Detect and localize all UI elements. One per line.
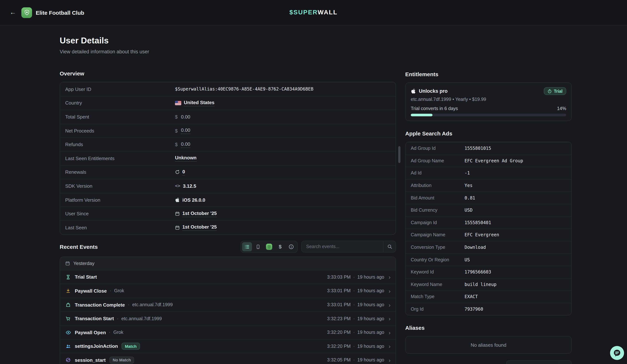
- apple-search-ads-row: Ad Id -1: [406, 167, 571, 179]
- overview-value-text: 0: [182, 169, 185, 176]
- scrollbar-thumb[interactable]: [398, 146, 400, 163]
- event-relative-time: 19 hours ago: [357, 288, 384, 294]
- asa-row-label: Ad Group Name: [411, 158, 465, 163]
- apple-icon: [175, 197, 180, 202]
- aliases-empty-text: No aliases found: [470, 342, 506, 348]
- overview-row-value: 1st October '25: [175, 224, 217, 231]
- asa-row-label: Country Or Region: [411, 257, 465, 262]
- filter-info-events-button[interactable]: [286, 242, 296, 251]
- asa-row-label: Ad Group Id: [411, 146, 465, 151]
- overview-row: Last Seen Entitlements Unknown: [60, 151, 396, 165]
- overview-value-text: 0.00: [181, 127, 190, 134]
- shopping-bag-icon: [66, 302, 71, 307]
- recent-events-header: Recent Events $: [60, 240, 396, 253]
- filter-all-events-button[interactable]: [242, 242, 252, 251]
- overview-row-value: $SuperwallAlias:40EC9876-A85E-4AE9-8762-…: [175, 87, 313, 92]
- event-name: session_start: [75, 357, 106, 363]
- event-name: Paywall Open: [75, 330, 106, 335]
- event-type-icon: [65, 316, 71, 321]
- asa-row-label: Match Type: [411, 294, 465, 299]
- eye-icon: [65, 330, 71, 335]
- user-heading: User: [405, 363, 418, 364]
- user-attributes-search-icon[interactable]: [559, 361, 571, 364]
- event-match-badge: No Match: [109, 357, 134, 364]
- event-separator: ·: [117, 316, 118, 321]
- event-time: 3:32:05 PM: [327, 358, 351, 363]
- event-row[interactable]: Trial Start 3:33:03 PM · 19 hours ago ›: [60, 270, 396, 284]
- event-row[interactable]: session_start No Match 3:32:05 PM · 19 h…: [60, 353, 396, 364]
- chevron-right-icon: ›: [389, 344, 390, 349]
- event-type-icon: [65, 344, 71, 349]
- event-detail: Grok: [114, 288, 124, 294]
- overview-row-label: App User ID: [65, 87, 175, 92]
- event-meta-separator: ·: [353, 344, 355, 349]
- event-time: 3:33:03 PM: [327, 274, 351, 280]
- overview-row: Refunds $ 0.00: [60, 137, 396, 151]
- overview-row-label: Refunds: [65, 142, 175, 147]
- event-row[interactable]: settingsJoinAction Match 3:32:20 PM · 19…: [60, 339, 396, 353]
- events-search-icon[interactable]: [383, 241, 396, 252]
- asa-row-value: 1555801015: [465, 146, 491, 151]
- chevron-right-icon: ›: [389, 330, 390, 335]
- event-row[interactable]: Paywall Close · Grok 3:33:01 PM · 19 hou…: [60, 284, 396, 298]
- event-meta-separator: ·: [353, 358, 355, 363]
- event-separator: ·: [128, 302, 129, 307]
- back-arrow-icon: ←: [10, 9, 16, 16]
- overview-row-label: Last Seen Entitlements: [65, 156, 175, 161]
- asa-row-label: Keyword Name: [411, 282, 465, 287]
- overview-value-text: 3.12.5: [183, 183, 196, 189]
- superwall-logo[interactable]: $SUPERWALL: [289, 9, 338, 16]
- filter-revenue-events-button[interactable]: $: [275, 242, 285, 251]
- event-relative-time: 19 hours ago: [357, 330, 384, 335]
- event-relative-time: 19 hours ago: [357, 344, 384, 349]
- apple-search-ads-row: Campaign Id 1555850401: [406, 216, 571, 228]
- event-detail: etc.annual.7df.1999: [121, 316, 162, 321]
- back-button[interactable]: ←: [7, 7, 18, 18]
- event-filter-bar: $: [241, 240, 298, 253]
- events-search-box: [301, 241, 396, 252]
- apple-search-ads-row: Match Type EXACT: [406, 290, 571, 303]
- asa-row-label: Bid Amount: [411, 195, 465, 200]
- event-meta-separator: ·: [353, 288, 355, 294]
- events-group-header: Yesterday: [60, 257, 396, 270]
- chevron-right-icon: ›: [389, 357, 390, 363]
- overview-row-value: $ 0.00: [175, 114, 190, 120]
- asa-row-label: Conversion Type: [411, 245, 465, 250]
- events-rows: Trial Start 3:33:03 PM · 19 hours ago ›: [60, 270, 396, 364]
- event-name: Transaction Complete: [75, 302, 125, 308]
- event-row[interactable]: Transaction Start · etc.annual.7df.1999 …: [60, 312, 396, 325]
- overview-row-label: Total Spent: [65, 114, 175, 120]
- overview-row-value: iOS 26.0.0: [175, 197, 205, 203]
- user-details-page: ← Elite Football Club $SUPERWALL User De…: [0, 0, 627, 364]
- shopping-cart-icon: [66, 316, 71, 321]
- asa-row-label: Keyword Id: [411, 270, 465, 274]
- overview-row-value: $ 0.00: [175, 127, 190, 134]
- chevron-right-icon: ›: [389, 274, 390, 280]
- event-row[interactable]: Transaction Complete · etc.annual.7df.19…: [60, 298, 396, 311]
- event-type-icon: [65, 302, 71, 307]
- asa-row-label: Ad Id: [411, 171, 465, 176]
- apple-search-ads-row: Attribution Yes: [406, 179, 571, 191]
- event-match-badge: Match: [122, 343, 140, 350]
- overview-value-text: iOS 26.0.0: [182, 197, 205, 203]
- asa-row-value: US: [465, 257, 470, 262]
- filter-device-events-button[interactable]: [253, 242, 263, 251]
- trial-progress-bar: [411, 114, 566, 116]
- event-row[interactable]: Paywall Open · Grok 3:32:20 PM · 19 hour…: [60, 325, 396, 339]
- event-relative-time: 19 hours ago: [357, 274, 384, 280]
- aliases-heading: Aliases: [405, 324, 572, 331]
- support-chat-button[interactable]: [610, 346, 624, 360]
- event-relative-time: 19 hours ago: [357, 316, 384, 321]
- asa-row-value: -1: [465, 171, 470, 176]
- side-column: Entitlements Unlocks pro Trial etc.annua…: [405, 71, 572, 364]
- events-search-input[interactable]: [302, 244, 383, 249]
- calendar-icon: [175, 211, 180, 216]
- event-name: Paywall Close: [75, 288, 107, 294]
- event-meta-separator: ·: [353, 274, 355, 280]
- apple-search-ads-row: Ad Group Id 1555801015: [406, 142, 571, 154]
- trial-converts-text: Trial converts in 6 days: [411, 106, 458, 111]
- overview-row-value: Unknown: [175, 155, 197, 162]
- users-icon: [65, 344, 71, 349]
- filter-app-events-button[interactable]: [264, 242, 274, 251]
- session-icon: [66, 358, 71, 363]
